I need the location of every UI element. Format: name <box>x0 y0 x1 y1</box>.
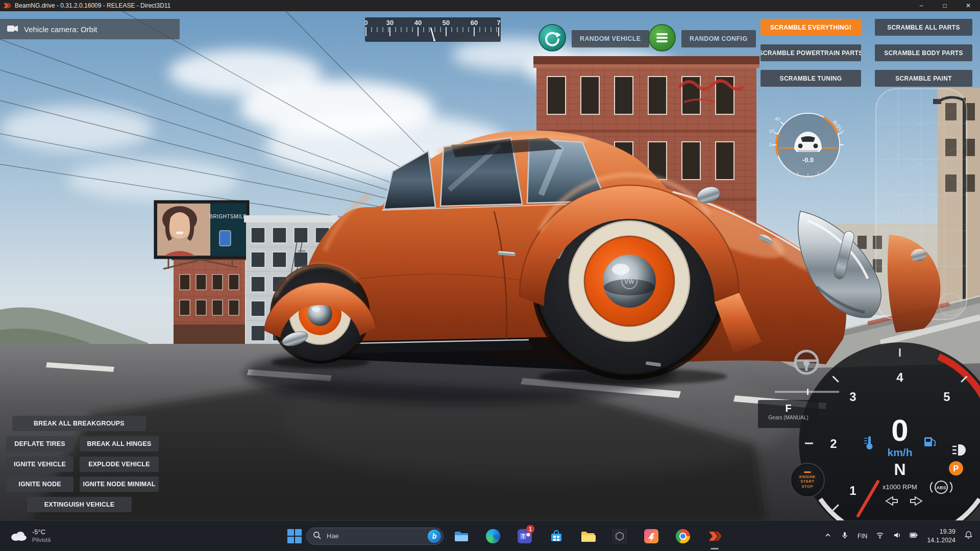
maximize-button[interactable]: □ <box>933 0 957 11</box>
microphone-icon[interactable] <box>841 531 849 541</box>
gear-selected: F <box>758 403 819 414</box>
wifi-icon[interactable] <box>876 531 884 541</box>
folder-icon[interactable] <box>574 521 602 551</box>
parking-brake-indicator: P <box>949 461 963 475</box>
power-dash-icon <box>804 471 811 473</box>
random-vehicle-group: RANDOM VEHICLE <box>538 23 649 54</box>
search-input[interactable] <box>326 532 423 540</box>
billboard-text: BRIGHTSMILE <box>209 214 247 219</box>
hubcap-logo: VW <box>624 278 634 285</box>
teams-notification-badge: 1 <box>526 525 534 533</box>
forza-icon[interactable] <box>638 521 665 551</box>
svg-text:20: 20 <box>769 128 775 134</box>
minimize-button[interactable]: – <box>910 0 933 11</box>
windows-start-button[interactable] <box>287 529 302 544</box>
random-vehicle-icon[interactable] <box>538 23 567 54</box>
current-gear: N <box>894 460 905 479</box>
camera-mode-label: Vehicle camera: Orbit <box>24 25 97 34</box>
scramble-everything-button[interactable]: SCRAMBLE EVERYTHING! <box>761 19 861 36</box>
clock-date: 14.1.2024 <box>927 536 955 545</box>
beamng-window: BeamNG.drive - 0.31.2.0.16009 - RELEASE … <box>0 0 980 551</box>
svg-text:ABS: ABS <box>936 485 946 490</box>
speed-value: 0 <box>891 413 908 447</box>
steering-wheel-indicator <box>792 348 821 379</box>
scramble-powertrain-button[interactable]: SCRAMBLE POWERTRAIN PARTS <box>761 44 861 61</box>
beamng-taskbar-icon[interactable] <box>701 521 728 551</box>
title-bar: BeamNG.drive - 0.31.2.0.16009 - RELEASE … <box>0 0 980 11</box>
random-config-icon[interactable] <box>648 23 676 54</box>
ignite-node-button[interactable]: IGNITE NODE <box>6 477 74 492</box>
game-viewport[interactable]: BRIGHTSMILE <box>0 11 980 520</box>
speed-unit: km/h <box>887 446 912 458</box>
break-all-hinges-button[interactable]: BREAK ALL HINGES <box>80 436 159 452</box>
scramble-all-parts-button[interactable]: SCRAMBLE ALL PARTS <box>875 19 972 36</box>
camera-mode-overlay: Vehicle camera: Orbit <box>0 19 180 39</box>
extinguish-vehicle-button[interactable]: EXTINGUISH VEHICLE <box>27 497 132 512</box>
svg-text:40: 40 <box>414 19 422 27</box>
clock-time: 19.39 <box>927 528 955 536</box>
tray-chevron-icon[interactable] <box>824 531 832 541</box>
search-icon <box>313 531 321 541</box>
ignite-vehicle-button[interactable]: IGNITE VEHICLE <box>6 457 74 472</box>
deflate-tires-button[interactable]: DEFLATE TIRES <box>6 436 74 452</box>
svg-text:50: 50 <box>443 19 450 27</box>
svg-text:1: 1 <box>849 484 856 497</box>
svg-text:3: 3 <box>849 390 856 404</box>
break-all-breakgroups-button[interactable]: BREAK ALL BREAKGROUPS <box>12 416 146 431</box>
svg-text:4: 4 <box>896 370 903 384</box>
billboard: BRIGHTSMILE <box>155 201 249 269</box>
gear-indicator: F Gears (MANUAL) <box>758 400 819 428</box>
window-title: BeamNG.drive - 0.31.2.0.16009 - RELEASE … <box>15 2 170 9</box>
taskbar-search[interactable]: b <box>306 528 444 545</box>
scramble-tuning-button[interactable]: SCRAMBLE TUNING <box>761 70 861 87</box>
engine-button-line2: START <box>801 479 815 484</box>
random-config-button[interactable]: RANDOM CONFIG <box>681 30 756 47</box>
battery-icon[interactable] <box>910 531 918 541</box>
edge-icon[interactable] <box>479 521 507 551</box>
roll-value: -0.0 <box>802 156 814 164</box>
headlight-icon <box>952 444 966 456</box>
weather-condition: Pilvistä <box>32 537 51 544</box>
teams-icon[interactable]: T 1 <box>511 521 538 551</box>
hexagon-app-icon[interactable] <box>606 521 633 551</box>
volume-icon[interactable] <box>893 531 901 541</box>
speed-ruler: 0 30 40 50 60 7 <box>365 17 501 42</box>
roll-pitch-gauge: 40 20 0 ROLL -0.0 <box>767 104 849 188</box>
clock[interactable]: 19.39 14.1.2024 <box>927 528 955 545</box>
engine-button-line3: STOP <box>802 484 813 489</box>
svg-text:0: 0 <box>769 142 772 147</box>
explode-vehicle-button[interactable]: EXPLODE VEHICLE <box>80 457 159 472</box>
random-config-group: RANDOM CONFIG <box>648 23 756 54</box>
bing-icon[interactable]: b <box>428 530 441 543</box>
beamng-app-icon <box>3 2 11 10</box>
tachometer: 1 2 3 4 5 0 km/h N x1000 RPM <box>793 336 980 520</box>
svg-text:30: 30 <box>386 19 394 27</box>
windows-taskbar: -5°C Pilvistä b T 1 <box>0 520 980 551</box>
weather-widget[interactable]: -5°C Pilvistä <box>4 521 56 551</box>
scramble-body-parts-button[interactable]: SCRAMBLE BODY PARTS <box>875 44 972 61</box>
file-explorer-icon[interactable] <box>448 521 475 551</box>
running-app-indicator <box>710 548 719 549</box>
svg-text:0: 0 <box>365 19 368 27</box>
cloud-icon <box>9 529 28 544</box>
engine-button-line1: ENGINE <box>799 474 816 479</box>
ruler-needle <box>431 28 434 40</box>
steering-position-track <box>775 391 839 393</box>
engine-start-stop-button[interactable]: ENGINE START STOP <box>790 463 825 497</box>
chrome-icon[interactable] <box>669 521 697 551</box>
ignite-node-minimal-button[interactable]: IGNITE NODE MINIMAL <box>80 477 159 492</box>
svg-text:40: 40 <box>775 116 780 121</box>
random-vehicle-button[interactable]: RANDOM VEHICLE <box>572 30 649 47</box>
notification-bell-icon[interactable] <box>964 531 973 541</box>
scramble-panel: SCRAMBLE EVERYTHING! SCRAMBLE ALL PARTS … <box>761 19 972 87</box>
close-button[interactable]: ✕ <box>957 0 980 11</box>
gear-mode-label: Gears (MANUAL) <box>758 415 819 420</box>
svg-text:P: P <box>953 464 959 473</box>
store-icon[interactable] <box>543 521 570 551</box>
left-brick-building <box>172 255 247 348</box>
svg-text:2: 2 <box>830 437 837 450</box>
rpm-scale-label: x1000 RPM <box>883 483 917 491</box>
scramble-paint-button[interactable]: SCRAMBLE PAINT <box>875 70 972 87</box>
language-indicator[interactable]: FIN <box>857 533 867 540</box>
svg-text:T: T <box>522 534 525 539</box>
